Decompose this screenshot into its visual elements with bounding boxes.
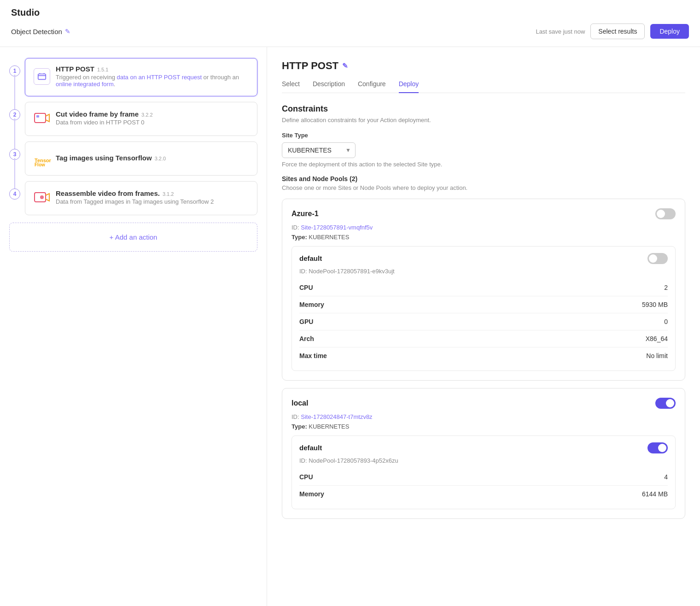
node-pool-name: default — [299, 254, 322, 262]
svg-rect-5 — [36, 115, 39, 118]
card-version: 3.1.2 — [163, 191, 174, 197]
spec-row: Memory5930 MB — [299, 296, 668, 313]
spec-val: X86_64 — [646, 335, 668, 342]
app-title: Studio — [11, 7, 689, 18]
card-icon-reassemble — [33, 188, 51, 206]
spec-row: Max timeNo limit — [299, 347, 668, 364]
card-title: HTTP POST — [56, 65, 94, 73]
spec-val: 4 — [664, 473, 668, 481]
deploy-button[interactable]: Deploy — [650, 24, 689, 39]
site-id: ID: Site-1728024847-t7mtzv8z — [292, 413, 676, 420]
card-subtitle: Data from Tagged images in Tag images us… — [56, 198, 214, 205]
sites-section-desc: Choose one or more Sites or Node Pools w… — [282, 184, 685, 191]
sites-container: Azure-1ID: Site-1728057891-vmqfnf5vType:… — [282, 199, 685, 519]
site-type-desc: Force the deployment of this action to t… — [282, 161, 685, 168]
step-number-3: 3 — [9, 149, 20, 160]
spec-val: 2 — [664, 284, 668, 291]
card-title: Reassemble video from frames. — [56, 189, 160, 197]
spec-key: Max time — [299, 352, 327, 359]
card-icon-video — [33, 109, 51, 127]
svg-rect-0 — [38, 74, 46, 79]
pool-toggle-0-0[interactable] — [648, 253, 668, 264]
svg-point-9 — [40, 195, 44, 199]
tabs: SelectDescriptionConfigureDeploy — [282, 80, 685, 93]
action-card-1[interactable]: HTTP POST1.5.1Triggered on receiving dat… — [25, 58, 257, 96]
spec-key: Arch — [299, 335, 314, 342]
steps-list: 1HTTP POST1.5.1Triggered on receiving da… — [9, 58, 257, 221]
site-type-select[interactable]: KUBERNETES — [282, 142, 356, 158]
card-title: Tag images using Tensorflow — [56, 154, 152, 162]
card-icon-http — [33, 67, 51, 86]
card-version: 3.2.0 — [155, 156, 166, 161]
left-panel: 1HTTP POST1.5.1Triggered on receiving da… — [0, 47, 267, 606]
tab-description[interactable]: Description — [313, 80, 345, 93]
card-icon-tensorflow: TensorFlow — [33, 148, 51, 167]
node-pool-0-0: defaultID: NodePool-1728057891-e9kv3ujtC… — [292, 246, 676, 371]
action-card-4[interactable]: Reassemble video from frames.3.1.2Data f… — [25, 181, 257, 215]
action-card-2[interactable]: Cut video frame by frame3.2.2Data from v… — [25, 102, 257, 136]
spec-row: CPU4 — [299, 469, 668, 486]
spec-val: 0 — [664, 318, 668, 325]
constraints-desc: Define allocation constraints for your A… — [282, 117, 685, 124]
step-number-4: 4 — [9, 188, 20, 200]
select-results-button[interactable]: Select results — [590, 24, 645, 39]
node-pool-id: ID: NodePool-1728057891-e9kv3ujt — [299, 268, 668, 275]
tab-configure[interactable]: Configure — [358, 80, 386, 93]
site-type-label: Site Type — [282, 132, 685, 139]
card-version: 1.5.1 — [97, 67, 108, 72]
right-panel: HTTP POST ✎ SelectDescriptionConfigureDe… — [267, 47, 700, 606]
step-number-1: 1 — [9, 65, 20, 76]
site-name: Azure-1 — [292, 210, 319, 218]
header-actions: Last save just now Select results Deploy — [536, 24, 689, 39]
spec-row: CPU2 — [299, 279, 668, 296]
spec-row: Memory6144 MB — [299, 486, 668, 502]
project-name: Object Detection ✎ — [11, 28, 70, 35]
node-pool-1-0: defaultID: NodePool-1728057893-4p52x6zuC… — [292, 435, 676, 509]
project-row: Object Detection ✎ Last save just now Se… — [11, 20, 689, 43]
card-version: 3.2.2 — [141, 112, 152, 118]
site-toggle-0[interactable] — [655, 208, 676, 219]
pool-toggle-1-0[interactable] — [648, 442, 668, 453]
site-type: Type: KUBERNETES — [292, 423, 676, 430]
app-container: Studio Object Detection ✎ Last save just… — [0, 0, 700, 606]
right-panel-title: HTTP POST ✎ — [282, 60, 685, 72]
spec-key: Memory — [299, 301, 324, 308]
last-save-text: Last save just now — [536, 28, 585, 35]
main-content: 1HTTP POST1.5.1Triggered on receiving da… — [0, 47, 700, 606]
project-edit-icon[interactable]: ✎ — [65, 28, 70, 35]
step-row-4: 4Reassemble video from frames.3.1.2Data … — [9, 181, 257, 215]
step-row-3: 3TensorFlowTag images using Tensorflow3.… — [9, 141, 257, 176]
spec-key: GPU — [299, 318, 313, 325]
tab-select[interactable]: Select — [282, 80, 300, 93]
svg-text:Flow: Flow — [35, 162, 45, 167]
spec-key: Memory — [299, 490, 324, 498]
site-type: Type: KUBERNETES — [292, 234, 676, 241]
spec-row: GPU0 — [299, 313, 668, 330]
step-row-2: 2Cut video frame by frame3.2.2Data from … — [9, 102, 257, 136]
add-action-button[interactable]: + Add an action — [9, 223, 257, 252]
constraints-title: Constraints — [282, 104, 685, 114]
spec-row: ArchX86_64 — [299, 330, 668, 347]
spec-val: 6144 MB — [642, 490, 668, 498]
site-card-0: Azure-1ID: Site-1728057891-vmqfnf5vType:… — [282, 199, 685, 381]
node-pool-id: ID: NodePool-1728057893-4p52x6zu — [299, 457, 668, 464]
right-panel-edit-icon[interactable]: ✎ — [342, 62, 348, 70]
step-number-2: 2 — [9, 109, 20, 120]
card-title: Cut video frame by frame — [56, 110, 139, 118]
step-row-1: 1HTTP POST1.5.1Triggered on receiving da… — [9, 58, 257, 96]
card-subtitle: Data from video in HTTP POST 0 — [56, 119, 153, 126]
site-type-select-wrapper: KUBERNETES ▼ — [282, 142, 356, 158]
svg-rect-4 — [35, 113, 46, 123]
sites-section-title: Sites and Node Pools (2) — [282, 175, 685, 182]
site-card-1: localID: Site-1728024847-t7mtzv8zType: K… — [282, 388, 685, 519]
tab-deploy[interactable]: Deploy — [399, 80, 419, 93]
spec-key: CPU — [299, 473, 313, 481]
site-id: ID: Site-1728057891-vmqfnf5v — [292, 224, 676, 231]
card-subtitle: Triggered on receiving data on an HTTP P… — [56, 74, 250, 88]
site-name: local — [292, 399, 308, 407]
spec-val: 5930 MB — [642, 301, 668, 308]
site-toggle-1[interactable] — [655, 398, 676, 409]
spec-key: CPU — [299, 284, 313, 291]
action-card-3[interactable]: TensorFlowTag images using Tensorflow3.2… — [25, 141, 257, 176]
spec-val: No limit — [646, 352, 668, 359]
